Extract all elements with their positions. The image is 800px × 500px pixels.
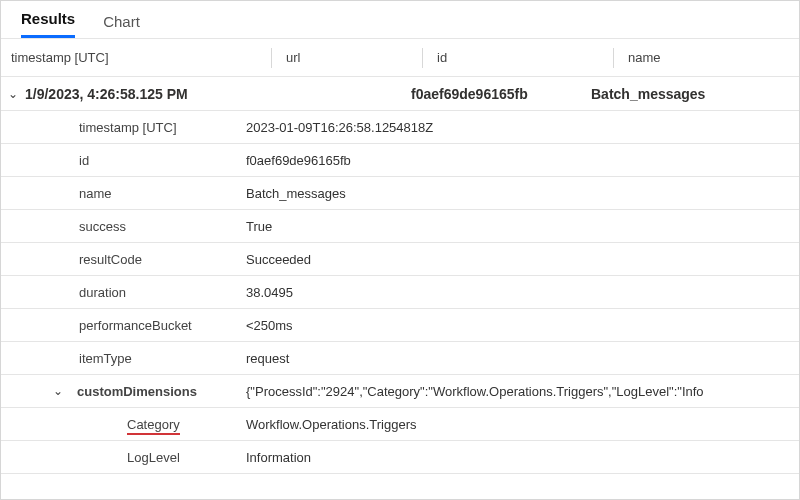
chevron-down-icon[interactable]: ⌄: [49, 384, 67, 398]
detail-key: performanceBucket: [1, 318, 246, 333]
table-row: performanceBucket<250ms: [1, 309, 799, 342]
detail-key: resultCode: [1, 252, 246, 267]
tab-results[interactable]: Results: [21, 10, 75, 38]
chevron-down-icon[interactable]: ⌄: [1, 88, 25, 100]
table-row: LogLevelInformation: [1, 441, 799, 474]
summary-id: f0aef69de96165fb: [411, 86, 591, 102]
detail-value: 2023-01-09T16:26:58.1254818Z: [246, 120, 799, 135]
row-customdimensions[interactable]: ⌄ customDimensions {"ProcessId":"2924","…: [1, 375, 799, 408]
detail-key: name: [1, 186, 246, 201]
col-timestamp[interactable]: timestamp [UTC]: [1, 50, 271, 65]
customdimensions-label: customDimensions: [77, 384, 197, 399]
detail-value: True: [246, 219, 799, 234]
detail-value: 38.0495: [246, 285, 799, 300]
tabs-bar: Results Chart: [1, 1, 799, 39]
table-row: timestamp [UTC]2023-01-09T16:26:58.12548…: [1, 111, 799, 144]
nested-key: Category: [1, 417, 246, 432]
table-row: resultCodeSucceeded: [1, 243, 799, 276]
nested-key: LogLevel: [1, 450, 246, 465]
nested-value: Workflow.Operations.Triggers: [246, 417, 799, 432]
nested-value: Information: [246, 450, 799, 465]
summary-name: Batch_messages: [591, 86, 799, 102]
col-sep: [613, 48, 614, 68]
detail-key: timestamp [UTC]: [1, 120, 246, 135]
detail-value: request: [246, 351, 799, 366]
table-row: CategoryWorkflow.Operations.Triggers: [1, 408, 799, 441]
customdimensions-raw: {"ProcessId":"2924","Category":"Workflow…: [246, 384, 799, 399]
detail-key: duration: [1, 285, 246, 300]
detail-key: id: [1, 153, 246, 168]
detail-value: Succeeded: [246, 252, 799, 267]
table-header: timestamp [UTC] url id name: [1, 39, 799, 77]
col-id[interactable]: id: [433, 50, 613, 65]
table-row: itemTyperequest: [1, 342, 799, 375]
col-sep: [271, 48, 272, 68]
col-name[interactable]: name: [624, 50, 799, 65]
table-row: idf0aef69de96165fb: [1, 144, 799, 177]
detail-key: itemType: [1, 351, 246, 366]
col-url[interactable]: url: [282, 50, 422, 65]
table-row: successTrue: [1, 210, 799, 243]
detail-value: Batch_messages: [246, 186, 799, 201]
detail-value: f0aef69de96165fb: [246, 153, 799, 168]
table-row: duration38.0495: [1, 276, 799, 309]
col-sep: [422, 48, 423, 68]
row-summary[interactable]: ⌄ 1/9/2023, 4:26:58.125 PM f0aef69de9616…: [1, 77, 799, 111]
tab-chart[interactable]: Chart: [103, 13, 140, 38]
detail-key: success: [1, 219, 246, 234]
detail-value: <250ms: [246, 318, 799, 333]
summary-timestamp: 1/9/2023, 4:26:58.125 PM: [25, 86, 271, 102]
table-row: nameBatch_messages: [1, 177, 799, 210]
